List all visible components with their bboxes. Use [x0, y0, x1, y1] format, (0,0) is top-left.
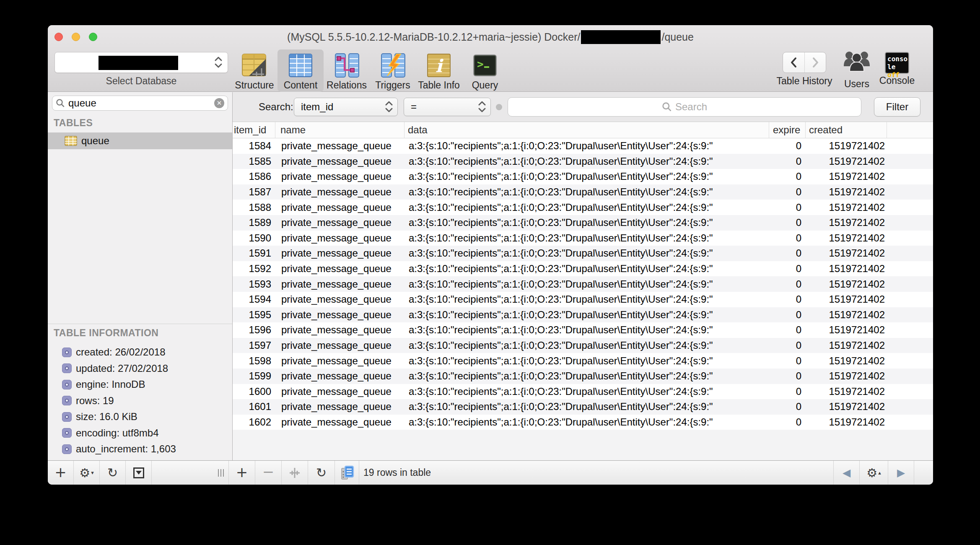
- history-forward-button[interactable]: [804, 52, 826, 73]
- tab-relations[interactable]: Relations: [324, 49, 370, 92]
- cell-name[interactable]: private_message_queue: [275, 416, 404, 428]
- cell-data[interactable]: a:3:{s:10:"recipients";a:1:{i:0;O:23:"Dr…: [404, 171, 769, 182]
- cell-expire[interactable]: 0: [769, 263, 806, 275]
- cell-item-id[interactable]: 1594: [233, 293, 275, 305]
- add-table-button[interactable]: +: [48, 461, 74, 485]
- column-header-name[interactable]: name: [275, 122, 404, 138]
- cell-created[interactable]: 1519721402: [806, 247, 887, 259]
- cell-name[interactable]: private_message_queue: [275, 370, 404, 382]
- previous-page-button[interactable]: ◀: [833, 461, 859, 485]
- cell-created[interactable]: 1519721402: [806, 370, 887, 382]
- tab-table-info[interactable]: i Table Info: [416, 49, 462, 92]
- cell-created[interactable]: 1519721402: [806, 355, 887, 367]
- table-row[interactable]: 1595 private_message_queue a:3:{s:10:"re…: [233, 307, 933, 323]
- table-row[interactable]: 1602 private_message_queue a:3:{s:10:"re…: [233, 415, 933, 430]
- cell-created[interactable]: 1519721402: [806, 309, 887, 321]
- cell-created[interactable]: 1519721402: [806, 171, 887, 182]
- table-row[interactable]: 1597 private_message_queue a:3:{s:10:"re…: [233, 338, 933, 353]
- cell-item-id[interactable]: 1596: [233, 324, 275, 336]
- content-search-field[interactable]: Search: [508, 97, 861, 117]
- cell-data[interactable]: a:3:{s:10:"recipients";a:1:{i:0;O:23:"Dr…: [404, 156, 769, 167]
- cell-item-id[interactable]: 1592: [233, 263, 275, 275]
- table-row[interactable]: 1598 private_message_queue a:3:{s:10:"re…: [233, 353, 933, 369]
- cell-item-id[interactable]: 1602: [233, 416, 275, 428]
- table-row[interactable]: 1601 private_message_queue a:3:{s:10:"re…: [233, 399, 933, 415]
- tab-structure[interactable]: Structure: [231, 49, 277, 92]
- cell-expire[interactable]: 0: [769, 247, 806, 259]
- cell-expire[interactable]: 0: [769, 370, 806, 382]
- cell-created[interactable]: 1519721402: [806, 263, 887, 275]
- cell-created[interactable]: 1519721402: [806, 324, 887, 336]
- next-page-button[interactable]: ▶: [888, 461, 914, 485]
- cell-expire[interactable]: 0: [769, 386, 806, 397]
- table-filter-input[interactable]: [67, 97, 214, 109]
- cell-data[interactable]: a:3:{s:10:"recipients";a:1:{i:0;O:23:"Dr…: [404, 340, 769, 351]
- cell-data[interactable]: a:3:{s:10:"recipients";a:1:{i:0;O:23:"Dr…: [404, 232, 769, 244]
- cell-expire[interactable]: 0: [769, 309, 806, 321]
- cell-item-id[interactable]: 1601: [233, 401, 275, 413]
- tab-query[interactable]: > Query: [462, 49, 508, 92]
- cell-expire[interactable]: 0: [769, 217, 806, 228]
- cell-expire[interactable]: 0: [769, 202, 806, 213]
- cell-name[interactable]: private_message_queue: [275, 232, 404, 244]
- cell-name[interactable]: private_message_queue: [275, 340, 404, 351]
- cell-created[interactable]: 1519721402: [806, 217, 887, 228]
- cell-data[interactable]: a:3:{s:10:"recipients";a:1:{i:0;O:23:"Dr…: [404, 370, 769, 382]
- cell-item-id[interactable]: 1597: [233, 340, 275, 351]
- cell-name[interactable]: private_message_queue: [275, 386, 404, 397]
- cell-expire[interactable]: 0: [769, 186, 806, 198]
- cell-item-id[interactable]: 1591: [233, 247, 275, 259]
- cell-name[interactable]: private_message_queue: [275, 247, 404, 259]
- table-row[interactable]: 1596 private_message_queue a:3:{s:10:"re…: [233, 322, 933, 338]
- table-row[interactable]: 1590 private_message_queue a:3:{s:10:"re…: [233, 231, 933, 246]
- column-header-item-id[interactable]: item_id: [233, 122, 275, 138]
- cell-name[interactable]: private_message_queue: [275, 202, 404, 213]
- cell-data[interactable]: a:3:{s:10:"recipients";a:1:{i:0;O:23:"Dr…: [404, 416, 769, 428]
- select-database-popup[interactable]: [54, 52, 228, 73]
- cell-created[interactable]: 1519721402: [806, 278, 887, 290]
- table-row[interactable]: 1592 private_message_queue a:3:{s:10:"re…: [233, 261, 933, 277]
- table-row[interactable]: 1587 private_message_queue a:3:{s:10:"re…: [233, 184, 933, 200]
- cell-item-id[interactable]: 1586: [233, 171, 275, 182]
- table-row[interactable]: 1588 private_message_queue a:3:{s:10:"re…: [233, 200, 933, 215]
- cell-data[interactable]: a:3:{s:10:"recipients";a:1:{i:0;O:23:"Dr…: [404, 293, 769, 305]
- titlebar[interactable]: (MySQL 5.5.5-10.2.12-MariaDB-10.2.12+mar…: [48, 25, 933, 49]
- cell-data[interactable]: a:3:{s:10:"recipients";a:1:{i:0;O:23:"Dr…: [404, 186, 769, 198]
- cell-name[interactable]: private_message_queue: [275, 324, 404, 336]
- reload-content-button[interactable]: ↻: [308, 461, 335, 485]
- cell-created[interactable]: 1519721402: [806, 293, 887, 305]
- cell-name[interactable]: private_message_queue: [275, 263, 404, 275]
- clear-search-button[interactable]: ✕: [214, 98, 224, 108]
- cell-item-id[interactable]: 1595: [233, 309, 275, 321]
- cell-data[interactable]: a:3:{s:10:"recipients";a:1:{i:0;O:23:"Dr…: [404, 140, 769, 152]
- table-row[interactable]: 1593 private_message_queue a:3:{s:10:"re…: [233, 276, 933, 292]
- sidebar-item-queue[interactable]: queue: [48, 132, 232, 149]
- cell-created[interactable]: 1519721402: [806, 386, 887, 397]
- cell-name[interactable]: private_message_queue: [275, 171, 404, 182]
- cell-created[interactable]: 1519721402: [806, 202, 887, 213]
- cell-item-id[interactable]: 1590: [233, 232, 275, 244]
- table-row[interactable]: 1594 private_message_queue a:3:{s:10:"re…: [233, 292, 933, 307]
- cell-expire[interactable]: 0: [769, 324, 806, 336]
- remove-row-button[interactable]: −: [255, 461, 282, 485]
- cell-created[interactable]: 1519721402: [806, 186, 887, 198]
- console-drawer-button[interactable]: [126, 461, 152, 485]
- table-filter-field[interactable]: ✕: [52, 96, 228, 111]
- cell-data[interactable]: a:3:{s:10:"recipients";a:1:{i:0;O:23:"Dr…: [404, 401, 769, 413]
- cell-expire[interactable]: 0: [769, 401, 806, 413]
- cell-name[interactable]: private_message_queue: [275, 401, 404, 413]
- table-row[interactable]: 1599 private_message_queue a:3:{s:10:"re…: [233, 369, 933, 384]
- column-header-expire[interactable]: expire: [769, 122, 806, 138]
- sidebar-resize-handle[interactable]: [213, 461, 229, 485]
- cell-item-id[interactable]: 1593: [233, 278, 275, 290]
- table-row[interactable]: 1600 private_message_queue a:3:{s:10:"re…: [233, 384, 933, 400]
- cell-data[interactable]: a:3:{s:10:"recipients";a:1:{i:0;O:23:"Dr…: [404, 278, 769, 290]
- cell-expire[interactable]: 0: [769, 171, 806, 182]
- cell-item-id[interactable]: 1598: [233, 355, 275, 367]
- cell-data[interactable]: a:3:{s:10:"recipients";a:1:{i:0;O:23:"Dr…: [404, 263, 769, 275]
- cell-data[interactable]: a:3:{s:10:"recipients";a:1:{i:0;O:23:"Dr…: [404, 309, 769, 321]
- filter-field-dropdown[interactable]: item_id: [294, 98, 398, 116]
- cell-expire[interactable]: 0: [769, 293, 806, 305]
- cell-name[interactable]: private_message_queue: [275, 156, 404, 167]
- table-row[interactable]: 1586 private_message_queue a:3:{s:10:"re…: [233, 169, 933, 184]
